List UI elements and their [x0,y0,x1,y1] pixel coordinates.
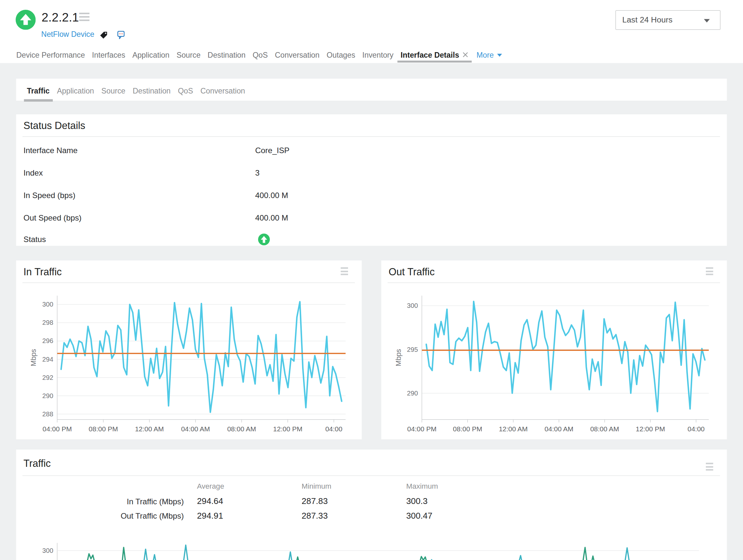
tab-conversation[interactable]: Conversation [275,51,319,62]
status-row-value: 3 [255,168,260,178]
in-traffic-card: In Traffic 30029829629429229028804:00 PM… [16,261,362,439]
close-tab-icon[interactable] [463,52,468,58]
out-traffic-chart: 30029529004:00 PM08:00 PM12:00 AM04:00 A… [381,261,727,439]
subtab-conversation[interactable]: Conversation [198,86,248,102]
svg-text:290: 290 [42,392,53,400]
svg-text:04:00: 04:00 [688,425,705,433]
svg-text:04:00 AM: 04:00 AM [181,425,210,433]
divider [23,136,720,137]
tab-interface-details[interactable]: Interface Details [400,51,468,62]
time-range-value: Last 24 Hours [622,15,672,25]
time-range-select[interactable]: Last 24 Hours [616,10,721,30]
page-title: 2.2.2.1 [42,11,79,24]
traffic-combined-chart: 300 [16,450,727,560]
svg-text:04:00 PM: 04:00 PM [43,425,72,433]
svg-text:296: 296 [42,337,53,345]
svg-text:12:00 AM: 12:00 AM [135,425,164,433]
svg-text:292: 292 [42,374,53,381]
svg-text:04:00 PM: 04:00 PM [407,425,437,433]
status-details-title: Status Details [24,120,85,132]
device-status-up-icon [16,9,36,30]
svg-text:Mbps: Mbps [394,349,402,366]
page: 2.2.2.1 NetFlow Device Last 24 Hours Dev… [0,0,743,560]
svg-text:Mbps: Mbps [29,349,38,366]
svg-text:300: 300 [42,301,53,308]
svg-text:04:00: 04:00 [325,425,343,433]
traffic-card: Traffic AverageMinimumMaximumIn Traffic … [16,450,727,560]
svg-text:12:00 PM: 12:00 PM [636,425,665,433]
tab-interfaces[interactable]: Interfaces [92,51,125,62]
svg-text:298: 298 [42,319,53,326]
tab-qos[interactable]: QoS [253,51,268,62]
status-row-label: Status [24,235,46,244]
main-tabs: Device PerformanceInterfacesApplicationS… [16,51,502,62]
svg-text:300: 300 [42,547,53,554]
svg-text:12:00 AM: 12:00 AM [499,425,528,433]
svg-text:04:00 AM: 04:00 AM [544,425,574,433]
device-type-link[interactable]: NetFlow Device [41,30,94,38]
tab-source[interactable]: Source [177,51,201,62]
tab-outages[interactable]: Outages [326,51,355,62]
tab-more[interactable]: More [476,51,502,62]
status-row-value: 400.00 M [255,213,288,223]
interface-status-up-icon [258,234,270,245]
sub-tabs: TrafficApplicationSourceDestinationQoSCo… [16,79,727,102]
status-row-label: Interface Name [24,146,78,155]
tag-icon[interactable] [100,31,107,39]
svg-text:08:00 AM: 08:00 AM [590,425,619,433]
subtab-application[interactable]: Application [54,86,97,102]
chevron-down-icon [497,54,502,57]
in-traffic-chart: 30029829629429229028804:00 PM08:00 PM12:… [16,261,362,439]
status-row-value: 400.00 M [255,191,288,200]
comment-icon[interactable] [117,31,125,39]
tab-device-performance[interactable]: Device Performance [16,51,85,62]
svg-text:290: 290 [407,390,418,397]
svg-text:300: 300 [407,302,418,310]
chevron-down-icon [704,19,710,22]
svg-text:295: 295 [407,346,418,353]
subtab-traffic[interactable]: Traffic [24,86,53,102]
status-row-label: In Speed (bps) [24,191,75,200]
svg-text:294: 294 [42,356,53,363]
subtab-card: TrafficApplicationSourceDestinationQoSCo… [16,79,727,101]
status-row-value: Core_ISP [255,146,290,155]
device-header: 2.2.2.1 NetFlow Device Last 24 Hours Dev… [0,0,743,63]
status-row-label: Out Speed (bps) [24,213,82,223]
svg-text:12:00 PM: 12:00 PM [273,425,302,433]
svg-text:288: 288 [42,411,53,418]
svg-text:08:00 PM: 08:00 PM [89,425,118,433]
subtab-qos[interactable]: QoS [175,86,196,102]
tab-inventory[interactable]: Inventory [362,51,394,62]
subtab-destination[interactable]: Destination [130,86,173,102]
device-menu-icon[interactable] [79,13,90,23]
status-row-label: Index [24,168,43,178]
subtab-source[interactable]: Source [98,86,128,102]
svg-text:08:00 PM: 08:00 PM [453,425,482,433]
out-traffic-card: Out Traffic 30029529004:00 PM08:00 PM12:… [381,261,727,439]
tab-destination[interactable]: Destination [208,51,246,62]
svg-text:08:00 AM: 08:00 AM [227,425,256,433]
tab-application[interactable]: Application [132,51,169,62]
status-details-card: Status Details Interface NameCore_ISPInd… [16,114,727,246]
